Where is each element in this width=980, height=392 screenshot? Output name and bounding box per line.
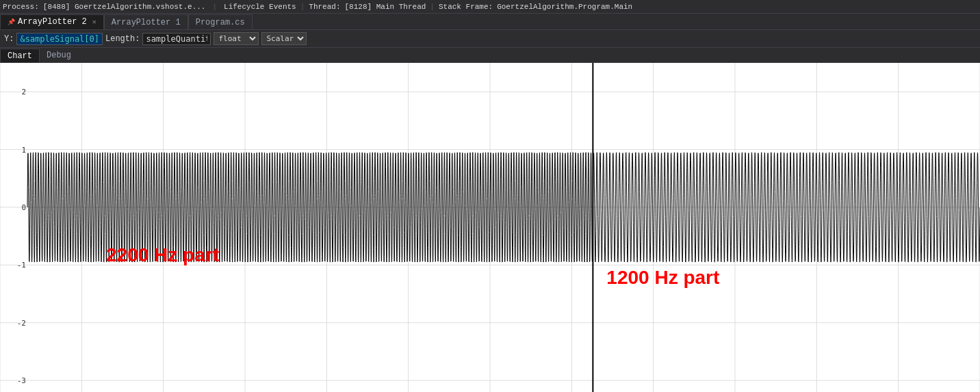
config-bar: Y: &sampleSignal[0] Length: float double… [0,30,980,48]
stackframe-value: GoertzelAlgorithm.Program.Main [497,3,632,11]
tab-debug-label: Debug [47,51,71,60]
svg-text:2: 2 [21,88,26,96]
svg-text:-2: -2 [17,319,26,328]
lifecycle-events[interactable]: Lifecycle Events [224,3,296,11]
y-value[interactable]: &sampleSignal[0] [16,33,103,45]
process-label: Process: [3,3,39,11]
tab-label-arrayplotter1: ArrayPlotter 1 [112,18,181,27]
process-value: [8488] GoertzelAlgorithm.vshost.e... [43,3,206,11]
tab-row: 📌 ArrayPlotter 2 ✕ ArrayPlotter 1 Progra… [0,14,980,30]
chart-svg: 210-1-2-3 [0,63,980,392]
svg-text:0: 0 [21,203,26,212]
thread-value: [8128] Main Thread [345,3,426,11]
tab-chart-label: Chart [8,51,32,61]
svg-text:1: 1 [21,146,26,155]
chart-area: 210-1-2-3 2200 Hz part 1200 Hz part [0,63,980,392]
mode-select[interactable]: Scalar Vector [261,32,307,45]
length-label: Length: [105,34,140,44]
svg-text:-3: -3 [17,376,26,385]
svg-text:-1: -1 [17,261,26,270]
length-input[interactable] [142,33,211,45]
top-bar-sep: | [212,3,217,11]
top-bar: Process: [8488] GoertzelAlgorithm.vshost… [0,0,980,14]
tab-arrayplotter1[interactable]: ArrayPlotter 1 [104,14,188,29]
tab-arrayplotter2[interactable]: 📌 ArrayPlotter 2 ✕ [0,14,104,29]
tab-chart[interactable]: Chart [0,49,40,62]
tab-label-arrayplotter2: ArrayPlotter 2 [18,17,87,27]
top-bar-sep3: | [430,3,435,11]
pin-icon: 📌 [8,18,15,26]
top-bar-sep2: | [300,3,305,11]
type-select[interactable]: float double int [214,32,259,45]
y-label: Y: [4,34,14,44]
stackframe-label: Stack Frame: [439,3,493,11]
close-icon-arrayplotter2[interactable]: ✕ [92,18,96,26]
thread-label: Thread: [309,3,340,11]
tab-programcs[interactable]: Program.cs [188,14,253,29]
tab-debug[interactable]: Debug [40,49,78,62]
chart-debug-tabs: Chart Debug [0,48,980,63]
tab-label-programcs: Program.cs [196,18,245,27]
